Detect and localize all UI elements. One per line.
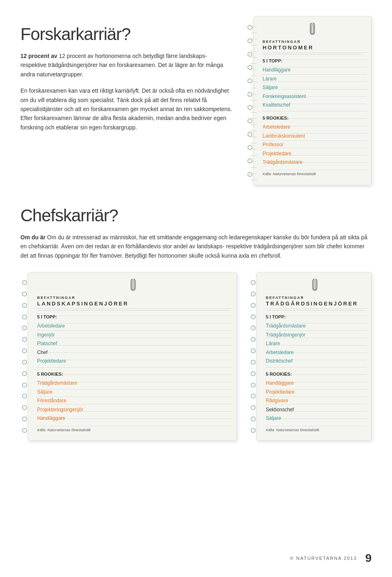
spiral-dot [22, 360, 27, 365]
forskar-bold: 12 procent av [20, 53, 57, 59]
spiral-dot [247, 78, 252, 83]
spiral-hortonomer [246, 17, 254, 185]
spiral-dot [251, 394, 256, 399]
clip-icon [129, 279, 137, 292]
footer-page-number: 9 [365, 552, 372, 565]
spiral-dot [251, 303, 256, 308]
tradgards-befattningar-label: BEFATTNINGAR [266, 296, 364, 300]
spiral-dot [22, 314, 27, 319]
list-item: Projektledare [263, 149, 362, 158]
spiral-dot [22, 417, 27, 421]
hortonomer-befattningar-label: BEFATTNINGAR [263, 40, 362, 44]
spiral-dot [251, 337, 256, 342]
spiral-dot [251, 292, 256, 296]
spiral-dot [247, 158, 252, 163]
tradgards-rookies-list: Handläggare Projektledare Rådgivare Sekt… [266, 379, 364, 423]
notepad-hortonomer-col: BEFATTNINGAR HORTONOMER 5 I TOPP: Handlä… [246, 16, 372, 185]
list-item: Platschef [37, 339, 229, 348]
list-item: Handläggare [266, 379, 364, 388]
list-item: Projekteringsingenjör [37, 405, 229, 414]
notepad-hortonomer-content: BEFATTNINGAR HORTONOMER 5 I TOPP: Handlä… [263, 23, 362, 176]
spiral-dot [247, 105, 252, 110]
spiral-dot [247, 65, 252, 70]
list-item: Forskningsassistent [263, 92, 362, 101]
spiral-dot [251, 314, 256, 319]
clip-icon [311, 279, 318, 292]
spiral-dot [251, 371, 256, 376]
list-item: Arbetsledare [37, 322, 229, 331]
spiral-dot [251, 348, 256, 353]
list-item: Arbetsledare [263, 123, 362, 132]
spiral-dot [22, 348, 27, 353]
spiral-dot [251, 405, 256, 410]
spiral-dot [22, 325, 27, 330]
footer-copyright: © NATURVETARNA 2013 [290, 556, 357, 561]
list-item: Trädgårdsingenjör [266, 331, 364, 340]
list-item: Säljare [37, 388, 229, 397]
spiral-dot [247, 132, 252, 137]
spiral-dot [22, 405, 27, 410]
list-item: Handläggare [37, 414, 229, 423]
spiral-dot [22, 394, 27, 399]
chefs-body: Om du är Om du är intresserad av människ… [20, 233, 372, 260]
spiral-dot [247, 118, 252, 123]
tradgards-topp-list: Trädgårdsmästare Trädgårdsingenjör Lärar… [266, 322, 364, 366]
tradgards-title: TRÄDGÅRDSINGENJÖRER [266, 301, 364, 310]
hortonomer-source: Källa: Naturvetarnas lönestatistik [263, 172, 362, 176]
list-item: Lärare [266, 339, 364, 348]
spiral-dot [22, 292, 27, 296]
landskaps-source: Källa: Naturvetarnas lönestatistik [37, 428, 229, 432]
hortonomer-topp-label: 5 I TOPP: [263, 58, 362, 63]
forskar-text-col: Forskarkarriär? 12 procent av 12 procent… [20, 16, 234, 185]
spiral-dot [251, 280, 256, 285]
landskaps-befattningar-label: BEFATTNINGAR [37, 296, 229, 300]
list-item: Arbetsledare [266, 348, 364, 357]
forskar-body2: En forskarexamen kan vara ett riktigt ka… [20, 86, 234, 132]
spiral-dot [22, 280, 27, 285]
list-item: Säljare [266, 414, 364, 423]
spiral-dot [22, 337, 27, 342]
hortonomer-rookies-list: Arbetsledare Lantbrukskonsulent Professo… [263, 123, 362, 167]
list-item: Distriktschef [266, 357, 364, 366]
svg-rect-3 [132, 281, 134, 290]
spiral-dot [22, 303, 27, 308]
list-item: Säljare [263, 83, 362, 92]
hortonomer-rookies-label: 5 ROOKIES: [263, 116, 362, 120]
list-item: Handläggare [263, 66, 362, 75]
list-item: Ingenjör [37, 331, 229, 340]
list-item: Föreståndare [37, 397, 229, 405]
notepad-tradgardsingenjorer: BEFATTNINGAR TRÄDGÅRDSINGENJÖRER 5 I TOP… [256, 272, 372, 441]
chefs-heading: Chefskarriär? [20, 206, 372, 225]
svg-rect-5 [314, 281, 316, 290]
spiral-dot [247, 145, 252, 150]
spiral-dot [251, 383, 256, 388]
list-item: Professor [263, 140, 362, 149]
landskaps-rookies-list: Trädgårdsmästare Säljare Föreståndare Pr… [37, 379, 229, 423]
spiral-dot [247, 25, 252, 30]
bottom-cards-section: BEFATTNINGAR LANDSKAPSINGENJÖRER 5 I TOP… [20, 272, 372, 441]
spiral-dot [247, 52, 252, 57]
clip-container [266, 279, 364, 294]
notepad-hortonomer: BEFATTNINGAR HORTONOMER 5 I TOPP: Handlä… [253, 16, 372, 185]
forskar-heading: Forskarkarriär? [20, 25, 234, 44]
chefs-section: Chefskarriär? Om du är Om du är intresse… [20, 206, 372, 441]
hortonomer-topp-list: Handläggare Lärare Säljare Forskningsass… [263, 66, 362, 110]
chefs-body1-text: Om du är intresserad av människor, har e… [20, 234, 368, 259]
landskaps-topp-list: Arbetsledare Ingenjör Platschef Chef Pro… [37, 322, 229, 366]
tradgards-source: Källa: Naturvetarnas lönestatistik [266, 428, 364, 432]
notepad-landskapsingenjorer: BEFATTNINGAR LANDSKAPSINGENJÖRER 5 I TOP… [28, 272, 237, 441]
forskar-body: 12 procent av 12 procent av hortonomerna… [20, 51, 234, 79]
landskaps-title: LANDSKAPSINGENJÖRER [37, 301, 229, 310]
tradgards-content: BEFATTNINGAR TRÄDGÅRDSINGENJÖRER 5 I TOP… [266, 279, 364, 432]
page-footer: © NATURVETARNA 2013 9 [290, 552, 372, 565]
spiral-dot [22, 383, 27, 388]
list-item: Chef [37, 348, 229, 357]
svg-rect-1 [312, 25, 313, 33]
landskaps-rookies-label: 5 ROOKIES: [37, 372, 229, 376]
list-item: Trädgårdsmästare [263, 158, 362, 167]
clip-container [263, 23, 362, 38]
spiral-dot [251, 360, 256, 365]
spiral-landskaps [21, 273, 28, 440]
tradgards-topp-label: 5 I TOPP: [266, 314, 364, 319]
list-item: Trädgårdsmästare [37, 379, 229, 388]
